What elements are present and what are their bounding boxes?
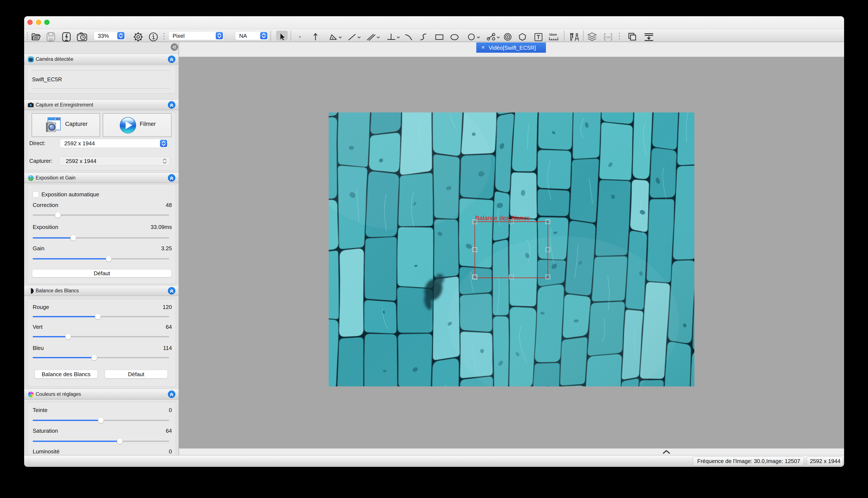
svg-text:Balance des Blancs: Balance des Blancs <box>475 215 530 222</box>
svg-text:CSV: CSV <box>605 36 611 39</box>
svg-text:10um: 10um <box>549 33 557 36</box>
